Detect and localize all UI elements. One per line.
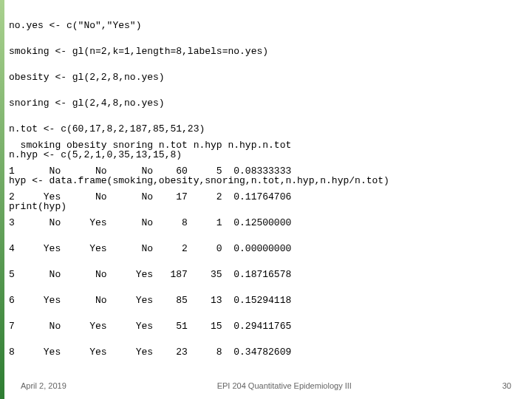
footer-page-number: 30 [502, 381, 511, 390]
table-row: 5 No No Yes 187 35 0.18716578 [9, 268, 291, 282]
table-row: 6 Yes No Yes 85 13 0.15294118 [9, 294, 291, 307]
side-gradient-bar [0, 0, 4, 399]
table-row: 4 Yes Yes No 2 0 0.00000000 [9, 242, 291, 256]
code-line: no.yes <- c("No","Yes") [9, 19, 389, 33]
slide-footer: April 2, 2019 EPI 204 Quantitative Epide… [0, 381, 532, 390]
code-line: smoking <- gl(n=2,k=1,length=8,labels=no… [9, 45, 389, 58]
code-line: obesity <- gl(2,2,8,no.yes) [9, 71, 389, 84]
table-row: 8 Yes Yes Yes 23 8 0.34782609 [9, 346, 291, 359]
footer-date: April 2, 2019 [21, 381, 66, 390]
table-row: 2 Yes No No 17 2 0.11764706 [9, 191, 291, 204]
r-output-table: smoking obesity snoring n.tot n.hyp n.hy… [9, 126, 291, 372]
code-line: snoring <- gl(2,4,8,no.yes) [9, 97, 389, 110]
table-row: 1 No No No 60 5 0.08333333 [9, 165, 291, 178]
table-row: 3 No Yes No 8 1 0.12500000 [9, 216, 291, 230]
footer-title: EPI 204 Quantitative Epidemiology III [217, 381, 352, 390]
table-header-row: smoking obesity snoring n.tot n.hyp n.hy… [9, 139, 291, 152]
table-row: 7 No Yes Yes 51 15 0.29411765 [9, 320, 291, 333]
